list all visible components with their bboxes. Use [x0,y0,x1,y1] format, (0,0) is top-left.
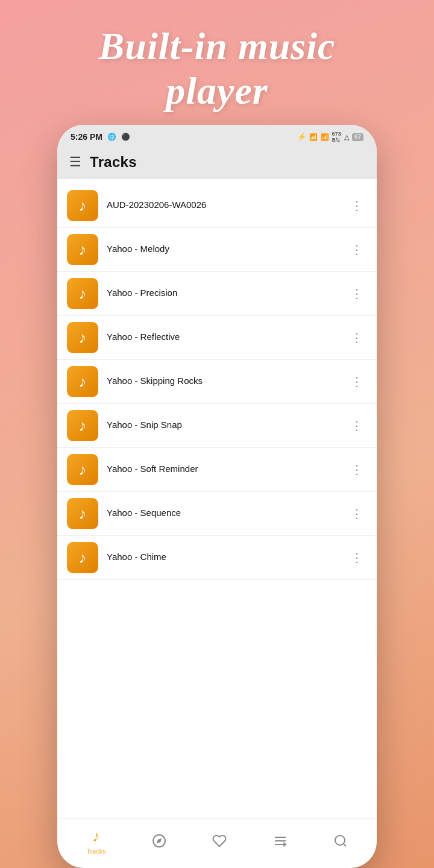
track-menu-button[interactable]: ⋮ [347,196,367,215]
app-header: ☰ Tracks [57,148,377,179]
signal-icon: 📶 [321,133,329,141]
tracks-icon: ♪ [92,827,100,846]
search-icon [333,834,348,848]
svg-line-6 [344,844,346,846]
nav-queue[interactable] [267,831,294,851]
hero-line2: player [166,69,268,112]
track-item[interactable]: Yahoo - Snip Snap ⋮ [57,404,377,448]
status-bar: 5:26 PM 🌐 ⚫ ⚡ 📶 📶 673B/s △ 67 [57,125,377,148]
track-item[interactable]: Yahoo - Skipping Rocks ⋮ [57,360,377,404]
page-title: Tracks [90,154,137,171]
track-menu-button[interactable]: ⋮ [347,328,367,347]
track-info: Yahoo - Soft Reminder [107,464,339,476]
track-menu-button[interactable]: ⋮ [347,240,367,259]
track-item[interactable]: Yahoo - Melody ⋮ [57,228,377,272]
track-info: AUD-20230206-WA0026 [107,200,339,212]
status-left: 5:26 PM 🌐 ⚫ [71,132,130,142]
track-name: Yahoo - Chime [107,552,339,562]
track-artwork [67,234,98,265]
track-info: Yahoo - Skipping Rocks [107,376,339,388]
track-artwork [67,322,98,353]
globe-icon: 🌐 [107,133,116,141]
track-name: Yahoo - Skipping Rocks [107,376,339,386]
nav-search[interactable] [327,831,354,851]
track-artwork [67,190,98,221]
hero-text: Built-in music player [0,0,434,125]
status-right: ⚡ 📶 📶 673B/s △ 67 [297,131,363,143]
track-artwork [67,498,98,529]
track-info: Yahoo - Melody [107,244,339,256]
track-list: AUD-20230206-WA0026 ⋮ Yahoo - Melody ⋮ Y… [57,179,377,818]
track-item[interactable]: AUD-20230206-WA0026 ⋮ [57,184,377,228]
explore-icon [152,834,166,848]
track-item[interactable]: Yahoo - Sequence ⋮ [57,492,377,536]
track-item[interactable]: Yahoo - Soft Reminder ⋮ [57,448,377,492]
track-info: Yahoo - Snip Snap [107,420,339,432]
nav-tracks[interactable]: ♪ Tracks [80,825,112,857]
track-menu-button[interactable]: ⋮ [347,460,367,479]
track-artwork [67,542,98,573]
track-info: Yahoo - Sequence [107,508,339,520]
track-list-container: AUD-20230206-WA0026 ⋮ Yahoo - Melody ⋮ Y… [57,179,377,818]
track-info: Yahoo - Reflective [107,332,339,344]
track-info: Yahoo - Chime [107,552,339,564]
phone-shell: 5:26 PM 🌐 ⚫ ⚡ 📶 📶 673B/s △ 67 ☰ Tracks A… [57,125,377,868]
track-name: Yahoo - Reflective [107,332,339,342]
track-artwork [67,410,98,441]
wifi-icon: 📶 [309,133,318,141]
nav-favorites[interactable] [206,831,233,851]
battery-indicator: 67 [352,133,363,141]
track-artwork [67,366,98,397]
hero-line1: Built-in music [99,25,336,68]
status-time: 5:26 PM [71,132,102,142]
dot-icon: ⚫ [121,133,130,141]
track-menu-button[interactable]: ⋮ [347,284,367,303]
heart-icon [212,834,227,848]
track-menu-button[interactable]: ⋮ [347,504,367,523]
track-menu-button[interactable]: ⋮ [347,372,367,391]
track-info: Yahoo - Precision [107,288,339,300]
bluetooth-icon: ⚡ [297,133,306,141]
track-name: Yahoo - Soft Reminder [107,464,339,474]
menu-icon[interactable]: ☰ [69,154,81,170]
track-item[interactable]: Yahoo - Reflective ⋮ [57,316,377,360]
svg-marker-1 [157,838,162,843]
track-item[interactable]: Yahoo - Precision ⋮ [57,272,377,316]
nav-tracks-label: Tracks [86,848,106,855]
track-name: Yahoo - Melody [107,244,339,254]
nav-explore[interactable] [146,831,172,851]
track-menu-button[interactable]: ⋮ [347,416,367,435]
track-artwork [67,454,98,485]
track-artwork [67,278,98,309]
track-name: AUD-20230206-WA0026 [107,200,339,210]
track-name: Yahoo - Precision [107,288,339,298]
svg-point-5 [335,835,345,845]
track-item[interactable]: Yahoo - Chime ⋮ [57,536,377,580]
alert-icon: △ [344,133,349,141]
data-speed: 673B/s [332,131,341,143]
track-name: Yahoo - Sequence [107,508,339,518]
queue-icon [273,834,288,848]
track-name: Yahoo - Snip Snap [107,420,339,430]
track-menu-button[interactable]: ⋮ [347,548,367,567]
bottom-nav: ♪ Tracks [57,818,377,868]
